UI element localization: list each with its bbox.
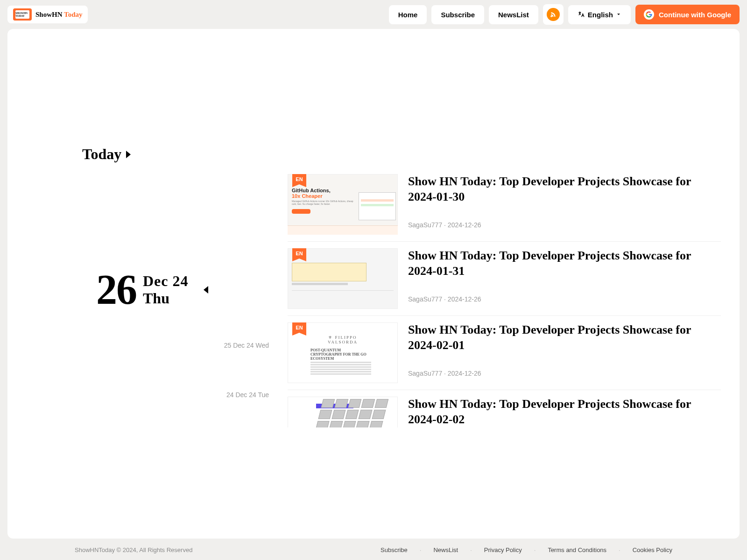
article-row: EN ⚜ FILIPPOVALSORDA POST-QUANTUM CRYPTO… bbox=[288, 316, 721, 390]
today-heading[interactable]: Today bbox=[82, 146, 721, 163]
chevron-down-icon bbox=[616, 12, 621, 17]
article-byline: SagaSu777 · 2024-12-26 bbox=[408, 221, 721, 229]
current-dow: Thu bbox=[143, 290, 189, 307]
current-date: 26 Dec 24 Thu bbox=[96, 266, 288, 314]
header: SHOWHN TODAY ShowHN Today Home Subscribe… bbox=[0, 0, 747, 29]
footer-link-privacy[interactable]: Privacy Policy bbox=[484, 546, 522, 553]
lang-ribbon: EN bbox=[292, 322, 306, 333]
previous-dates: 25 Dec 24 Wed 24 Dec 24 Tue bbox=[96, 342, 288, 399]
thumb-image-4 bbox=[288, 397, 398, 427]
continue-with-google-button[interactable]: Continue with Google bbox=[635, 5, 740, 24]
nav-newslist-button[interactable]: NewsList bbox=[489, 5, 538, 24]
date-column: 26 Dec 24 Thu 25 Dec 24 Wed 24 Dec 24 Tu… bbox=[26, 196, 288, 441]
rss-icon bbox=[547, 8, 560, 21]
logo-badge-text: SHOWHN TODAY bbox=[15, 10, 29, 19]
article-title[interactable]: Show HN Today: Top Developer Projects Sh… bbox=[408, 397, 721, 427]
language-selector[interactable]: English bbox=[568, 5, 631, 24]
today-heading-text: Today bbox=[82, 146, 121, 163]
footer-link-subscribe[interactable]: Subscribe bbox=[381, 546, 408, 553]
nav-home-button[interactable]: Home bbox=[389, 5, 427, 24]
brand-name-accent: Today bbox=[64, 11, 82, 18]
footer-link-cookies[interactable]: Cookies Policy bbox=[633, 546, 672, 553]
footer-link-newslist[interactable]: NewsList bbox=[433, 546, 458, 553]
nav-subscribe-button[interactable]: Subscribe bbox=[431, 5, 484, 24]
footer-links: Subscribe· NewsList· Privacy Policy· Ter… bbox=[381, 546, 672, 553]
articles-list: EN GitHub Actions,10x Cheaper Managed Gi… bbox=[288, 168, 721, 441]
article-row: EN GitHub Actions,10x Cheaper Managed Gi… bbox=[288, 168, 721, 242]
today-expand-icon bbox=[126, 151, 131, 158]
article-byline: SagaSu777 · 2024-12-26 bbox=[408, 370, 721, 377]
article-row: EN Show HN Today: Top Developer Projects… bbox=[288, 390, 721, 427]
article-byline: SagaSu777 · 2024-12-26 bbox=[408, 295, 721, 303]
footer-copyright: ShowHNToday © 2024, All Rights Reserved bbox=[75, 546, 192, 553]
article-meta: Show HN Today: Top Developer Projects Sh… bbox=[408, 322, 721, 383]
brand-name: ShowHN Today bbox=[35, 11, 82, 19]
article-thumbnail[interactable]: EN bbox=[288, 397, 398, 427]
article-title[interactable]: Show HN Today: Top Developer Projects Sh… bbox=[408, 174, 721, 204]
google-btn-label: Continue with Google bbox=[659, 11, 731, 19]
brand-name-main: ShowHN bbox=[35, 11, 64, 18]
nav-bar: Home Subscribe NewsList English Continue… bbox=[389, 4, 740, 25]
footer: ShowHNToday © 2024, All Rights Reserved … bbox=[0, 540, 747, 560]
prev-date-1[interactable]: 25 Dec 24 Wed bbox=[96, 342, 269, 349]
main-card: Today 26 Dec 24 Thu 25 Dec 24 Wed 24 Dec… bbox=[7, 29, 740, 539]
article-thumbnail[interactable]: EN bbox=[288, 248, 398, 309]
article-title[interactable]: Show HN Today: Top Developer Projects Sh… bbox=[408, 322, 721, 353]
article-row: EN Show HN Today: Top Developer Projects… bbox=[288, 242, 721, 316]
logo-badge-icon: SHOWHN TODAY bbox=[13, 8, 32, 21]
article-meta: Show HN Today: Top Developer Projects Sh… bbox=[408, 174, 721, 235]
translate-icon bbox=[578, 11, 585, 18]
date-prev-icon[interactable] bbox=[204, 286, 208, 294]
lang-label: English bbox=[588, 11, 613, 19]
current-month-year: Dec 24 bbox=[143, 273, 189, 290]
footer-link-terms[interactable]: Terms and Conditions bbox=[548, 546, 606, 553]
article-meta: Show HN Today: Top Developer Projects Sh… bbox=[408, 248, 721, 309]
lang-ribbon: EN bbox=[292, 174, 306, 184]
prev-date-2[interactable]: 24 Dec 24 Tue bbox=[96, 391, 269, 399]
svg-point-0 bbox=[550, 15, 552, 17]
current-day: 26 bbox=[96, 266, 136, 314]
rss-button[interactable] bbox=[543, 4, 564, 25]
google-icon bbox=[644, 9, 654, 20]
article-thumbnail[interactable]: EN ⚜ FILIPPOVALSORDA POST-QUANTUM CRYPTO… bbox=[288, 322, 398, 383]
article-title[interactable]: Show HN Today: Top Developer Projects Sh… bbox=[408, 248, 721, 279]
article-thumbnail[interactable]: EN GitHub Actions,10x Cheaper Managed Gi… bbox=[288, 174, 398, 235]
lang-ribbon: EN bbox=[292, 248, 306, 259]
article-meta: Show HN Today: Top Developer Projects Sh… bbox=[408, 397, 721, 421]
brand-logo[interactable]: SHOWHN TODAY ShowHN Today bbox=[7, 6, 88, 23]
content-row: 26 Dec 24 Thu 25 Dec 24 Wed 24 Dec 24 Tu… bbox=[26, 196, 721, 441]
